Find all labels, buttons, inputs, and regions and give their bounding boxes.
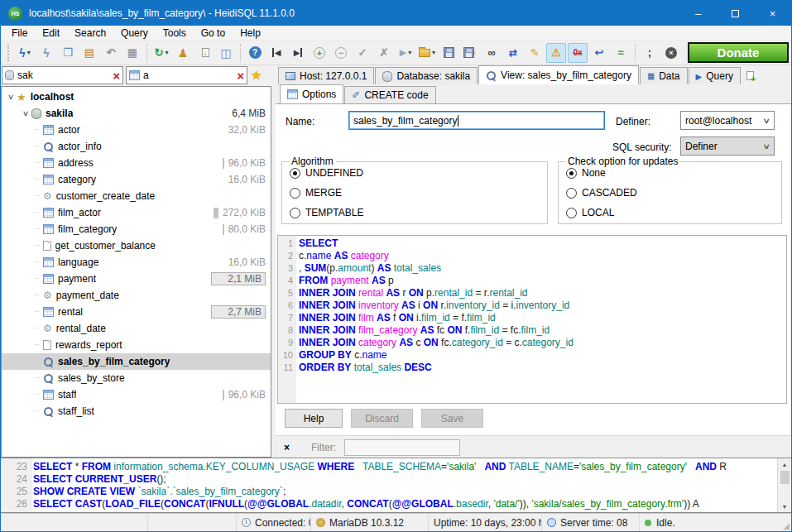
find-button[interactable]: ∞ — [482, 43, 502, 63]
delimiter-button[interactable]: ; — [640, 43, 660, 63]
menu-file[interactable]: File — [4, 26, 35, 40]
scroll-down-icon[interactable]: ▼ — [782, 501, 788, 512]
hex-view-toggle[interactable]: 0x — [568, 43, 588, 63]
dropdown-caret-icon[interactable]: ▾ — [165, 49, 168, 56]
data-copy-button[interactable]: ◫ — [216, 43, 236, 63]
tree-item-language[interactable]: ┈language16,0 KiB — [2, 254, 271, 271]
connect-button[interactable]: ϟ▾ — [15, 43, 35, 63]
toolbar-grip[interactable] — [7, 45, 11, 61]
filter-input[interactable] — [344, 439, 460, 456]
tree-item-payment_date[interactable]: ┈⚙payment_date — [2, 287, 271, 304]
reformat-sql-button[interactable]: ≈ — [611, 43, 631, 63]
tree-item-category[interactable]: ┈category16,0 KiB — [2, 171, 271, 188]
post-changes-button[interactable]: ✓ — [353, 43, 372, 63]
run-query-button[interactable]: ▶▾ — [396, 43, 415, 63]
tab-query[interactable]: ▶Query — [689, 67, 741, 84]
tree-item-sakila[interactable]: ∨sakila6,4 MiB — [2, 105, 271, 122]
radio-icon[interactable] — [566, 188, 577, 199]
menu-edit[interactable]: Edit — [35, 26, 67, 40]
go-last-button[interactable]: ▶ — [288, 43, 308, 63]
print-button[interactable]: ▦ — [122, 43, 142, 63]
cancel-editing-button[interactable]: ✗ — [374, 43, 394, 63]
tree-item-payment[interactable]: ┈payment2,1 MiB — [2, 271, 271, 287]
copy-button[interactable]: ❐ — [58, 43, 78, 63]
favorites-star-icon[interactable]: ★ — [251, 68, 262, 83]
scroll-up-icon[interactable]: ▲ — [782, 458, 788, 470]
add-record-button[interactable]: + — [310, 43, 329, 63]
view-sql-editor[interactable]: 1SELECT2c.name AS category3, SUM(p.amoun… — [277, 235, 787, 404]
tree-item-actor[interactable]: ┈actor32,0 KiB — [2, 122, 271, 138]
resize-grip[interactable]: ◢ — [783, 521, 790, 530]
warnings-toggle[interactable]: ⚠ — [546, 43, 566, 63]
user-manager-button[interactable]: ♟ — [173, 43, 193, 63]
save-as-button[interactable]: ✎ — [460, 43, 480, 63]
load-sql-file-button[interactable]: ▾ — [417, 43, 437, 63]
radio-icon[interactable] — [566, 208, 577, 218]
tree-item-staff_list[interactable]: ┈staff_list — [2, 403, 271, 419]
sql-security-combobox[interactable]: Definer ∨ — [680, 137, 775, 156]
subtab-options[interactable]: Options — [280, 84, 343, 103]
menu-query[interactable]: Query — [113, 26, 156, 40]
minimize-button[interactable]: – — [679, 1, 717, 26]
tree-item-customer_create_date[interactable]: ┈⚙customer_create_date — [2, 188, 271, 204]
menu-search[interactable]: Search — [67, 26, 113, 40]
dropdown-caret-icon[interactable]: ▾ — [432, 49, 435, 56]
tree-item-sales_by_store[interactable]: ┈sales_by_store — [2, 370, 271, 386]
dropdown-caret-icon[interactable]: ▾ — [27, 49, 31, 56]
table-filter-input[interactable]: a × — [126, 66, 247, 84]
sql-log-panel[interactable]: 23SELECT * FROM information_schema.KEY_C… — [1, 458, 791, 513]
tree-item-address[interactable]: ┈address96,0 KiB — [2, 155, 271, 171]
radio-check-cascaded[interactable]: CASCADED — [559, 184, 781, 202]
scroll-thumb[interactable] — [780, 471, 790, 484]
tree-item-localhost[interactable]: ∨★localhost — [2, 89, 271, 105]
tab-view-sales-by-film-category[interactable]: View: sales_by_film_category — [478, 65, 639, 84]
chevron-expanded-icon[interactable]: ∨ — [3, 93, 18, 101]
radio-icon[interactable] — [566, 168, 577, 179]
database-filter-input[interactable]: sak × — [2, 66, 123, 84]
dropdown-caret-icon[interactable]: ▾ — [408, 49, 411, 56]
radio-icon[interactable] — [290, 188, 300, 199]
menu-go-to[interactable]: Go to — [194, 26, 233, 40]
tree-item-rental[interactable]: ┈rental2,7 MiB — [2, 304, 271, 320]
radio-algorithm-merge[interactable]: MERGE — [282, 184, 547, 202]
definer-combobox[interactable]: root@localhost ∨ — [680, 111, 775, 130]
subtab-create-code[interactable]: ✐CREATE code — [344, 86, 435, 103]
clear-table-filter-icon[interactable]: × — [237, 69, 244, 82]
help-button[interactable]: ? — [245, 43, 265, 63]
tree-item-actor_info[interactable]: ┈actor_info — [2, 138, 271, 155]
tree-item-sales_by_film_category[interactable]: ┈sales_by_film_category — [2, 353, 271, 370]
log-scrollbar[interactable]: ▲ ▼ — [777, 458, 791, 512]
delete-record-button[interactable]: − — [331, 43, 351, 63]
radio-icon[interactable] — [290, 208, 300, 218]
new-query-tab-button[interactable]: + — [742, 67, 761, 84]
refresh-button[interactable]: ↻▾ — [151, 43, 171, 63]
radio-check-local[interactable]: LOCAL — [559, 204, 781, 222]
help-button[interactable]: Help — [285, 409, 343, 428]
close-button[interactable]: × — [754, 1, 791, 26]
edit-button[interactable]: ✎ — [525, 43, 545, 63]
tree-item-staff[interactable]: ┈staff96,0 KiB — [2, 386, 271, 403]
close-filter-icon[interactable]: × — [284, 442, 290, 453]
tab-host-127-0-0-1[interactable]: Host: 127.0.0.1 — [278, 67, 374, 84]
go-first-button[interactable]: ◀ — [266, 43, 286, 63]
radio-icon[interactable] — [290, 168, 300, 179]
tree-item-get_customer_balance[interactable]: ┈▸get_customer_balance — [2, 237, 271, 254]
view-name-input[interactable]: sales_by_film_category — [348, 111, 605, 130]
save-button[interactable] — [439, 43, 458, 63]
tree-item-film_category[interactable]: ┈film_category80,0 KiB — [2, 221, 271, 237]
tree-item-rental_date[interactable]: ┈⚙rental_date — [2, 320, 271, 337]
maximize-button[interactable] — [717, 1, 754, 26]
chevron-expanded-icon[interactable]: ∨ — [18, 109, 33, 117]
undo-button[interactable]: ↶ — [101, 43, 121, 63]
menu-tools[interactable]: Tools — [156, 26, 194, 40]
stop-button[interactable]: × — [661, 43, 681, 63]
donate-button[interactable]: Donate — [688, 42, 789, 63]
clear-database-filter-icon[interactable]: × — [113, 69, 120, 82]
tree-item-rewards_report[interactable]: ┈rewards_report — [2, 337, 271, 353]
tree-item-film_actor[interactable]: ┈film_actor272,0 KiB — [2, 204, 271, 221]
tab-database-sakila[interactable]: Database: sakila — [375, 67, 478, 84]
disconnect-button[interactable]: ϟ — [36, 43, 56, 63]
paste-button[interactable]: ▤ — [79, 43, 99, 63]
export-database-button[interactable]: ↓ — [194, 43, 214, 63]
word-wrap-button[interactable]: ↩ — [589, 43, 609, 63]
